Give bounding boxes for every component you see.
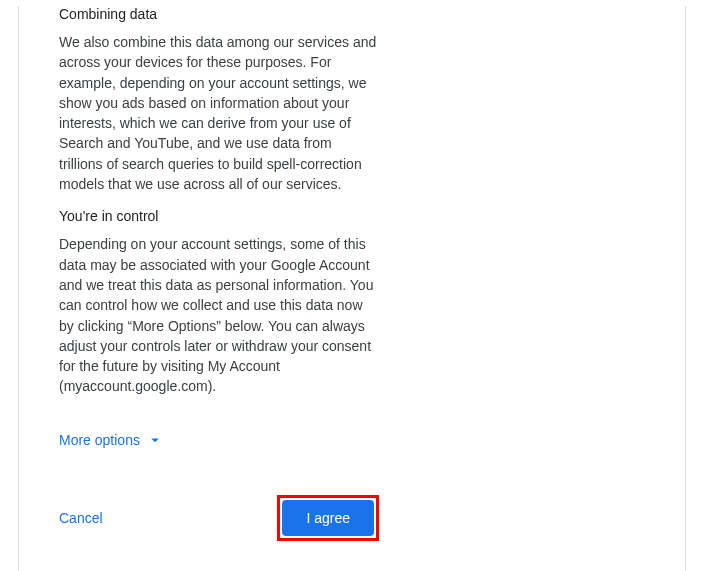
consent-card: Combining data We also combine this data… — [18, 6, 686, 571]
agree-highlight: I agree — [277, 495, 379, 541]
agree-button[interactable]: I agree — [282, 500, 374, 536]
more-options-label: More options — [59, 432, 140, 448]
more-options-toggle[interactable]: More options — [59, 431, 164, 449]
cancel-button[interactable]: Cancel — [59, 510, 103, 526]
text-combining-data: We also combine this data among our serv… — [59, 32, 379, 194]
heading-combining-data: Combining data — [59, 6, 379, 22]
text-youre-in-control: Depending on your account settings, some… — [59, 234, 379, 396]
action-row: Cancel I agree — [59, 495, 379, 541]
consent-content: Combining data We also combine this data… — [59, 6, 379, 449]
chevron-down-icon — [146, 431, 164, 449]
heading-youre-in-control: You're in control — [59, 208, 379, 224]
